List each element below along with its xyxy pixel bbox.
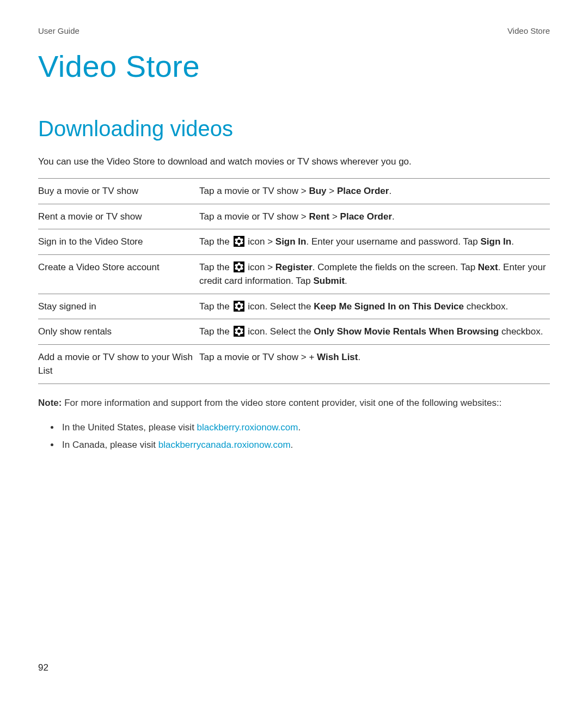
page-title: Video Store xyxy=(38,48,550,84)
task-instruction: Tap a movie or TV show > + Wish List. xyxy=(199,344,550,384)
gear-icon xyxy=(234,261,244,272)
gear-icon xyxy=(234,301,244,312)
task-label: Sign in to the Video Store xyxy=(38,229,199,255)
document-page: User Guide Video Store Video Store Downl… xyxy=(0,0,588,706)
table-row: Only show rentals Tap the icon. Select t… xyxy=(38,319,550,345)
table-row: Create a Video Store account Tap the ico… xyxy=(38,254,550,294)
page-number: 92 xyxy=(38,662,48,673)
table-row: Buy a movie or TV show Tap a movie or TV… xyxy=(38,179,550,204)
note-text: For more information and support from th… xyxy=(62,398,501,408)
note-label: Note: xyxy=(38,398,62,408)
task-label: Only show rentals xyxy=(38,319,199,345)
task-label: Stay signed in xyxy=(38,294,199,319)
task-label: Buy a movie or TV show xyxy=(38,179,199,204)
external-link[interactable]: blackberry.roxionow.com xyxy=(197,422,298,433)
note-paragraph: Note: For more information and support f… xyxy=(38,396,550,410)
task-instruction: Tap the icon. Select the Only Show Movie… xyxy=(199,319,550,345)
section-heading: Downloading videos xyxy=(38,117,550,141)
gear-icon xyxy=(234,236,244,247)
table-row: Stay signed in Tap the icon. Select the … xyxy=(38,294,550,319)
gear-icon xyxy=(234,326,244,337)
list-item: In the United States, please visit black… xyxy=(60,419,550,436)
header-right: Video Store xyxy=(507,26,550,35)
task-instruction: Tap the icon > Sign In. Enter your usern… xyxy=(199,229,550,255)
table-row: Rent a movie or TV show Tap a movie or T… xyxy=(38,204,550,229)
table-row: Sign in to the Video Store Tap the icon … xyxy=(38,229,550,255)
task-label: Rent a movie or TV show xyxy=(38,204,199,229)
header-left: User Guide xyxy=(38,26,79,35)
task-instruction: Tap a movie or TV show > Buy > Place Ord… xyxy=(199,179,550,204)
task-label: Add a movie or TV show to your Wish List xyxy=(38,344,199,384)
task-instruction: Tap the icon. Select the Keep Me Signed … xyxy=(199,294,550,319)
task-instruction: Tap a movie or TV show > Rent > Place Or… xyxy=(199,204,550,229)
links-list: In the United States, please visit black… xyxy=(38,419,550,454)
table-row: Add a movie or TV show to your Wish List… xyxy=(38,344,550,384)
running-header: User Guide Video Store xyxy=(38,26,550,35)
tasks-table: Buy a movie or TV show Tap a movie or TV… xyxy=(38,178,550,384)
task-instruction: Tap the icon > Register. Complete the fi… xyxy=(199,254,550,294)
intro-paragraph: You can use the Video Store to download … xyxy=(38,156,550,167)
list-item: In Canada, please visit blackberrycanada… xyxy=(60,436,550,454)
external-link[interactable]: blackberrycanada.roxionow.com xyxy=(158,440,291,450)
task-label: Create a Video Store account xyxy=(38,254,199,294)
